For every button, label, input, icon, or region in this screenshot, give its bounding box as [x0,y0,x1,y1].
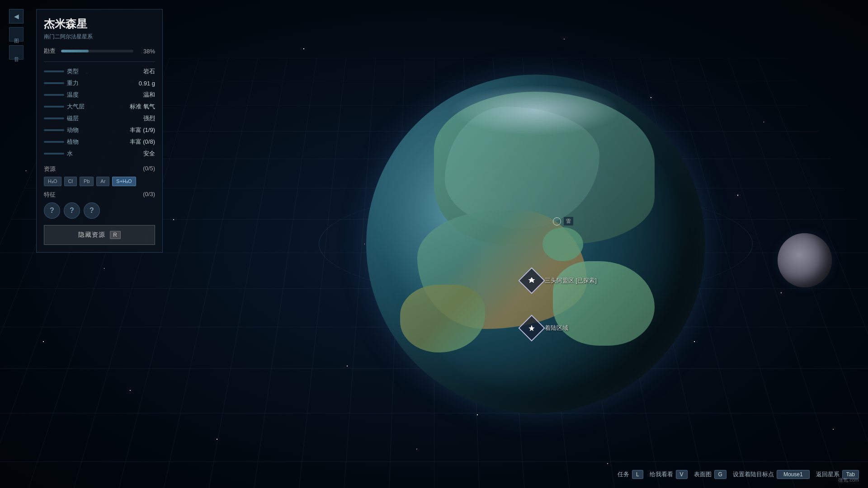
toolbar-surface-label: 表面图 [694,470,712,479]
traits-count: (0/3) [143,191,155,199]
toolbar-landing-label: 设置着陆目标点 [733,470,774,479]
stat-value-atmo: 标准 氧气 [130,103,155,111]
stat-row-mag: 磁层 强烈 [44,113,155,124]
planet-surface [366,75,705,413]
toolbar-mission-label: 任务 [618,470,629,479]
stat-row-temp: 温度 温和 [44,89,155,101]
resources-section: 资源 (0/5) H₂O Cl Pb Ar S+H₂O [44,165,155,186]
survey-bar-fill [61,50,89,52]
marker-explored[interactable]: 三头阿盟区 [已探索] [522,271,597,290]
dot-circle [553,217,561,225]
land-mass-sw [400,285,485,352]
stat-label-flora: 植物 [44,138,79,146]
diamond-icon-landing [518,314,545,341]
stat-value-flora: 丰富 (0/8) [130,138,155,146]
planet-globe: 雷 三头阿盟区 [已探索] 着陆区域 [366,75,705,413]
planet-container: 雷 三头阿盟区 [已探索] 着陆区域 [366,75,705,413]
toolbar-landing-target: 设置着陆目标点 Mouse1 [733,470,810,479]
resource-chip-cl: Cl [64,177,77,186]
land-mass-small [542,227,583,261]
bottom-toolbar: 任务 L 给我看看 V 表面图 G 设置着陆目标点 Mouse1 返回星系 Ta… [618,470,859,479]
trait-chip-1: ? [44,202,60,219]
stat-row-gravity: 重力 0.91 g [44,77,155,89]
resource-chip-pb: Pb [80,177,94,186]
hide-resources-label: 隐藏资源 [78,231,105,239]
planet-name: 杰米森星 [44,17,155,31]
survey-bar [61,50,133,52]
survey-label: 勘查 [44,47,57,55]
stat-value-mag: 强烈 [143,114,155,122]
nav-map-icon[interactable]: 图 [9,27,24,42]
trait-chip-2: ? [64,202,80,219]
hide-resources-key: R [110,231,121,239]
left-navigation: ◀ 图 昔 [9,9,24,60]
stat-value-gravity: 0.91 g [139,80,155,87]
stat-label-gravity: 重力 [44,79,79,87]
toolbar-surface-key[interactable]: G [714,470,726,479]
marker-unnamed: 雷 [553,217,573,225]
survey-percentage: 38% [137,48,155,55]
trait-chip-3: ? [84,202,100,219]
nav-chart-icon[interactable]: 昔 [9,45,24,60]
resource-chip-sh2o: S+H₂O [112,177,136,186]
stat-label-temp: 温度 [44,91,79,99]
stat-label-fauna: 动物 [44,126,79,134]
toolbar-show-label: 给我看看 [650,470,673,479]
stat-row-type: 类型 岩石 [44,66,155,77]
stat-label-atmo: 大气层 [44,103,85,111]
resource-chip-ar: Ar [96,177,109,186]
marker-landing-label: 着陆区域 [545,324,568,332]
stat-value-water: 安全 [143,150,155,158]
resource-chips: H₂O Cl Pb Ar S+H₂O [44,177,155,186]
survey-row: 勘查 38% [44,47,155,55]
snow-cap [451,85,621,136]
stat-value-fauna: 丰富 (1/9) [130,126,155,134]
nav-back-arrow[interactable]: ◀ [9,9,24,23]
planet-info-panel: 杰米森星 南门二阿尔法星星系 勘查 38% 类型 岩石 重力 0.91 g [36,9,163,253]
traits-header: 特征 (0/3) [44,191,155,199]
unnamed-label: 雷 [564,217,573,225]
stat-label-mag: 磁层 [44,114,79,122]
divider-1 [44,61,155,62]
diamond-icon-explored [518,267,545,294]
stat-row-water: 水 安全 [44,148,155,160]
toolbar-show-key[interactable]: V [676,470,688,479]
hide-resources-button[interactable]: 隐藏资源 R [44,225,155,245]
stats-table: 类型 岩石 重力 0.91 g 温度 温和 大气层 标准 氧气 [44,66,155,160]
trait-chips: ? ? ? [44,202,155,219]
marker-landing[interactable]: 着陆区域 [522,319,568,338]
stat-row-fauna: 动物 丰富 (1/9) [44,124,155,136]
toolbar-return-label: 返回星系 [816,470,840,479]
stat-value-type: 岩石 [143,67,155,75]
moon [778,233,832,287]
resources-header: 资源 (0/5) [44,165,155,173]
marker-explored-label: 三头阿盟区 [已探索] [545,277,597,285]
toolbar-mission: 任务 L [618,470,643,479]
toolbar-show: 给我看看 V [650,470,688,479]
stat-label-water: 水 [44,150,73,158]
watermark: 微氪.com [838,477,859,483]
resource-chip-h2o: H₂O [44,177,61,186]
stat-value-temp: 温和 [143,91,155,99]
traits-section: 特征 (0/3) ? ? ? [44,191,155,219]
stat-label-type: 类型 [44,67,79,75]
toolbar-mission-key[interactable]: L [632,470,643,479]
resources-label: 资源 [44,165,56,173]
resources-count: (0/5) [143,165,155,173]
planet-system: 南门二阿尔法星星系 [44,33,155,41]
traits-label: 特征 [44,191,56,199]
toolbar-surface: 表面图 G [694,470,726,479]
toolbar-landing-key[interactable]: Mouse1 [777,470,810,479]
stat-row-atmo: 大气层 标准 氧气 [44,101,155,113]
stat-row-flora: 植物 丰富 (0/8) [44,136,155,148]
